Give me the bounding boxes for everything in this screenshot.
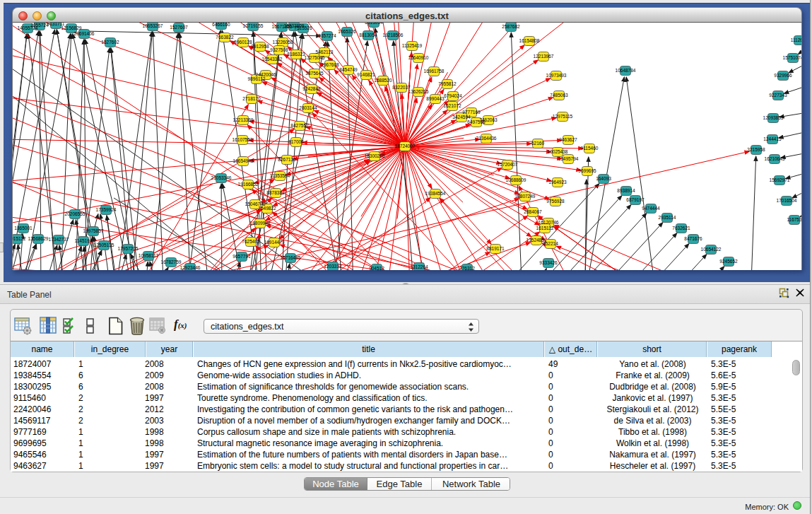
svg-text:17342737: 17342737 [49, 237, 69, 242]
svg-text:7955812: 7955812 [438, 81, 457, 86]
svg-text:16809948: 16809948 [250, 221, 271, 226]
svg-text:20206555: 20206555 [65, 211, 86, 216]
svg-text:2967608: 2967608 [321, 62, 339, 67]
svg-text:62160: 62160 [531, 141, 544, 146]
svg-text:10654122: 10654122 [701, 247, 722, 252]
svg-text:13568629: 13568629 [28, 236, 49, 241]
svg-text:7357274: 7357274 [318, 33, 336, 38]
svg-text:1527602: 1527602 [101, 40, 119, 45]
svg-text:9699695: 9699695 [578, 168, 596, 173]
svg-text:16154808: 16154808 [519, 38, 540, 43]
svg-text:9777169: 9777169 [462, 110, 481, 115]
svg-text:9896112: 9896112 [248, 76, 266, 81]
svg-text:9474444: 9474444 [642, 206, 660, 211]
svg-text:17957205: 17957205 [118, 246, 139, 251]
svg-text:116753: 116753 [787, 217, 802, 222]
svg-text:18807249: 18807249 [515, 194, 536, 199]
svg-text:19166852: 19166852 [238, 182, 259, 187]
svg-text:9463627: 9463627 [559, 137, 577, 142]
svg-text:12093853: 12093853 [763, 115, 784, 120]
svg-text:13226058: 13226058 [273, 40, 293, 45]
svg-text:7663822: 7663822 [216, 35, 234, 40]
svg-text:2587682: 2587682 [502, 24, 520, 29]
svg-text:8990443: 8990443 [426, 96, 445, 101]
svg-text:17016504: 17016504 [777, 198, 797, 203]
svg-text:12213369: 12213369 [233, 117, 254, 122]
svg-text:817006: 817006 [288, 139, 304, 144]
svg-text:21364436: 21364436 [476, 136, 497, 141]
svg-text:13626215: 13626215 [408, 89, 429, 94]
svg-text:11353594: 11353594 [270, 173, 290, 178]
svg-text:5462113: 5462113 [316, 49, 334, 54]
svg-text:16543382: 16543382 [262, 57, 283, 62]
svg-text:9146821: 9146821 [357, 72, 375, 77]
svg-text:16120746: 16120746 [539, 220, 559, 225]
svg-text:7632621: 7632621 [672, 226, 690, 230]
svg-text:16033809: 16033809 [284, 23, 305, 28]
svg-text:18724007: 18724007 [395, 144, 416, 148]
svg-text:19384554: 19384554 [425, 191, 446, 196]
svg-text:3875645: 3875645 [305, 71, 324, 76]
svg-text:20691406: 20691406 [74, 31, 95, 36]
svg-text:1244415: 1244415 [763, 136, 782, 141]
svg-text:1527607: 1527607 [170, 25, 188, 30]
svg-text:2884067: 2884067 [524, 209, 542, 214]
svg-text:15720407: 15720407 [498, 162, 518, 167]
svg-text:6879197: 6879197 [626, 197, 645, 202]
svg-text:10719155: 10719155 [243, 23, 264, 28]
svg-text:9657791: 9657791 [233, 254, 251, 259]
svg-text:16961758: 16961758 [424, 69, 445, 74]
svg-text:1112641: 1112641 [791, 37, 802, 42]
svg-text:12923446: 12923446 [180, 265, 201, 270]
svg-text:15640910: 15640910 [408, 55, 429, 60]
svg-text:12213967: 12213967 [534, 54, 554, 59]
svg-text:8813054: 8813054 [365, 23, 383, 25]
svg-text:10025438: 10025438 [548, 149, 568, 154]
svg-text:8427552: 8427552 [290, 123, 309, 128]
svg-text:19218506: 19218506 [383, 33, 404, 37]
svg-text:776312: 776312 [459, 266, 475, 270]
svg-text:3215958: 3215958 [747, 147, 765, 152]
svg-text:21053346: 21053346 [211, 175, 232, 180]
svg-text:9227343: 9227343 [769, 93, 787, 98]
svg-text:1621072: 1621072 [443, 103, 461, 108]
svg-text:13495794: 13495794 [558, 156, 579, 161]
svg-text:6466160: 6466160 [212, 23, 230, 27]
svg-text:8878382: 8878382 [266, 190, 285, 195]
svg-text:11325419: 11325419 [402, 43, 423, 48]
svg-text:12975115: 12975115 [553, 114, 573, 119]
svg-text:1964923: 1964923 [548, 180, 567, 185]
svg-text:18300295: 18300295 [365, 153, 385, 158]
svg-text:9756928: 9756928 [546, 199, 565, 204]
svg-text:9115460: 9115460 [581, 146, 599, 151]
svg-text:9329966: 9329966 [774, 73, 792, 78]
svg-text:252214: 252214 [543, 241, 558, 246]
svg-text:1065326: 1065326 [338, 29, 356, 34]
svg-text:9333426: 9333426 [539, 260, 558, 265]
svg-text:8186323: 8186323 [287, 52, 305, 57]
svg-text:3424594: 3424594 [452, 115, 471, 119]
svg-text:10973493: 10973493 [546, 73, 567, 78]
svg-text:164093: 164093 [596, 176, 611, 181]
svg-text:1203312: 1203312 [324, 264, 342, 269]
svg-text:9327508: 9327508 [270, 47, 288, 52]
svg-text:8267130: 8267130 [278, 157, 296, 162]
svg-text:2055724: 2055724 [30, 23, 49, 28]
svg-text:10958117: 10958117 [139, 253, 159, 258]
svg-text:9242848: 9242848 [302, 86, 321, 91]
svg-text:15716485: 15716485 [281, 255, 301, 260]
svg-text:8813054: 8813054 [359, 33, 377, 37]
svg-text:7485063: 7485063 [550, 93, 568, 98]
svg-text:16654948: 16654948 [233, 158, 254, 163]
svg-text:8912958: 8912958 [251, 44, 269, 49]
svg-text:16914479: 16914479 [264, 240, 285, 245]
svg-text:12156829: 12156829 [61, 25, 82, 30]
svg-text:12505135: 12505135 [94, 243, 114, 247]
svg-text:13275045: 13275045 [305, 55, 325, 60]
svg-text:1145194: 1145194 [75, 238, 93, 243]
svg-text:6794024: 6794024 [444, 93, 462, 98]
svg-text:19975857: 19975857 [83, 228, 104, 233]
svg-text:8960128: 8960128 [234, 40, 252, 45]
svg-text:1615112: 1615112 [536, 226, 554, 230]
svg-text:17359924: 17359924 [96, 207, 117, 212]
